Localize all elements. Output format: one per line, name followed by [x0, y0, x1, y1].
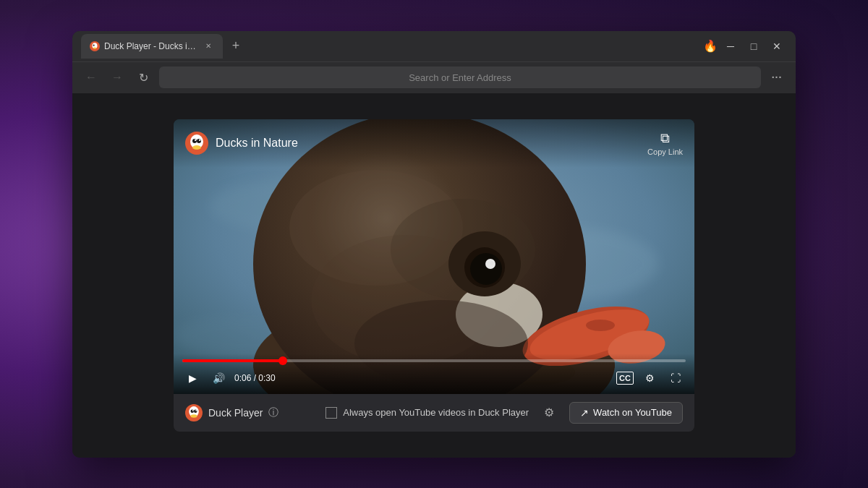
duck-player-text: Duck Player	[208, 407, 263, 419]
svg-point-4	[93, 47, 96, 48]
maximize-button[interactable]: □	[744, 36, 764, 56]
watch-youtube-label: Watch on YouTube	[593, 407, 672, 418]
copy-link-label: Copy Link	[647, 147, 683, 156]
browser-window: Duck Player - Ducks in Natur... ✕ + 🔥 ─ …	[72, 31, 796, 458]
new-tab-button[interactable]: +	[226, 36, 246, 56]
duck-player-label: Duck Player ⓘ	[185, 404, 278, 421]
volume-button[interactable]: 🔊	[208, 368, 229, 388]
duck-player: Ducks in Nature ⧉ Copy Link	[174, 119, 694, 432]
controls-row: ▶ 🔊 0:06 / 0:30 CC ⚙	[182, 368, 686, 388]
progress-thumb	[278, 356, 287, 365]
svg-point-33	[192, 139, 197, 143]
always-open-checkbox[interactable]	[326, 407, 337, 419]
tab-close-button[interactable]: ✕	[203, 40, 214, 52]
fullscreen-button[interactable]: ⛶	[665, 368, 686, 388]
title-bar: Duck Player - Ducks in Natur... ✕ + 🔥 ─ …	[72, 31, 796, 61]
video-title-area: Ducks in Nature	[185, 132, 298, 155]
captions-button[interactable]: CC	[616, 372, 634, 385]
video-title: Ducks in Nature	[216, 137, 298, 150]
always-open-label: Always open YouTube videos in Duck Playe…	[326, 407, 529, 419]
minimize-button[interactable]: ─	[720, 36, 741, 56]
svg-point-29	[586, 320, 615, 331]
forward-button[interactable]: →	[107, 67, 127, 87]
svg-point-3	[94, 44, 95, 45]
svg-point-40	[191, 409, 195, 413]
ddg-logo-bottom	[185, 404, 203, 421]
copy-link-icon: ⧉	[660, 131, 670, 146]
settings-button[interactable]: ⚙	[639, 368, 660, 388]
svg-point-36	[199, 140, 200, 141]
address-bar[interactable]	[159, 67, 761, 88]
svg-point-2	[93, 44, 95, 46]
watch-on-youtube-button[interactable]: ↗ Watch on YouTube	[569, 402, 683, 424]
video-header: Ducks in Nature ⧉ Copy Link	[174, 119, 694, 168]
tab-area: Duck Player - Ducks in Natur... ✕ +	[81, 34, 697, 59]
svg-point-23	[470, 253, 502, 285]
svg-point-41	[192, 409, 194, 411]
video-area: Ducks in Nature ⧉ Copy Link	[174, 119, 694, 394]
ddg-logo	[185, 132, 208, 155]
progress-bar[interactable]	[182, 359, 686, 362]
play-button[interactable]: ▶	[182, 368, 203, 388]
tab-favicon	[90, 41, 100, 51]
always-open-text: Always open YouTube videos in Duck Playe…	[343, 407, 529, 418]
close-button[interactable]: ✕	[767, 36, 787, 56]
external-link-icon: ↗	[580, 407, 589, 419]
window-controls: 🔥 ─ □ ✕	[703, 36, 787, 56]
player-settings-button[interactable]: ⚙	[537, 401, 561, 424]
toolbar: ← → ↻ ···	[72, 61, 796, 93]
tab-title: Duck Player - Ducks in Natur...	[104, 41, 198, 51]
svg-point-43	[195, 409, 197, 411]
video-controls: ▶ 🔊 0:06 / 0:30 CC ⚙	[174, 354, 694, 394]
svg-point-42	[194, 409, 197, 413]
copy-link-button[interactable]: ⧉ Copy Link	[647, 131, 683, 156]
flame-icon: 🔥	[703, 39, 718, 53]
menu-button[interactable]: ···	[767, 67, 787, 87]
gear-icon: ⚙	[544, 406, 554, 419]
content-area: Ducks in Nature ⧉ Copy Link	[72, 93, 796, 458]
active-tab[interactable]: Duck Player - Ducks in Natur... ✕	[81, 34, 223, 59]
progress-fill	[182, 359, 283, 362]
time-display: 0:06 / 0:30	[234, 373, 276, 383]
svg-point-37	[192, 145, 201, 150]
svg-point-35	[197, 139, 201, 143]
svg-point-44	[191, 414, 197, 418]
address-input[interactable]	[168, 72, 752, 83]
back-button[interactable]: ←	[81, 67, 101, 87]
svg-point-25	[490, 261, 494, 265]
svg-point-34	[195, 140, 196, 141]
refresh-button[interactable]: ↻	[133, 67, 153, 87]
info-icon[interactable]: ⓘ	[268, 406, 278, 419]
player-bottom-bar: Duck Player ⓘ Always open YouTube videos…	[174, 394, 694, 432]
